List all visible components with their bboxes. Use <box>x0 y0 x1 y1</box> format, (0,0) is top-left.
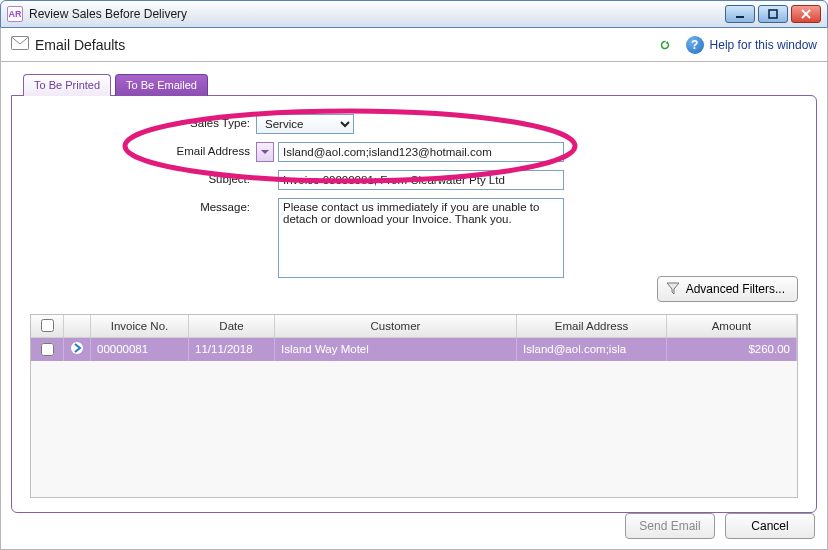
advanced-filters-label: Advanced Filters... <box>686 282 785 296</box>
header-checkbox[interactable] <box>31 315 64 337</box>
help-label: Help for this window <box>710 38 817 52</box>
help-icon: ? <box>686 36 704 54</box>
table-row[interactable]: 00000081 11/11/2018 Island Way Motel Isl… <box>31 337 797 361</box>
tab-to-be-printed[interactable]: To Be Printed <box>23 74 111 96</box>
minimize-button[interactable] <box>725 5 755 23</box>
help-link[interactable]: ? Help for this window <box>686 36 817 54</box>
window-title: Review Sales Before Delivery <box>29 7 187 21</box>
header-email[interactable]: Email Address <box>517 315 667 337</box>
message-textarea[interactable] <box>278 198 564 278</box>
header-amount[interactable]: Amount <box>667 315 797 337</box>
panel-to-be-emailed: Sales Type: Service Email Address Subjec… <box>11 95 817 513</box>
client-area: To Be Printed To Be Emailed Sales Type: … <box>0 62 828 550</box>
cell-date: 11/11/2018 <box>189 337 275 361</box>
cell-email: Island@aol.com;isla <box>517 337 667 361</box>
titlebar: AR Review Sales Before Delivery <box>0 0 828 28</box>
tab-to-be-emailed[interactable]: To Be Emailed <box>115 74 208 96</box>
cell-customer: Island Way Motel <box>275 337 517 361</box>
row-open-icon[interactable] <box>64 337 91 361</box>
tabs: To Be Printed To Be Emailed <box>23 74 817 96</box>
advanced-filters-button[interactable]: Advanced Filters... <box>657 276 798 302</box>
send-email-button[interactable]: Send Email <box>625 513 715 539</box>
app-icon: AR <box>7 6 23 22</box>
message-label: Message: <box>160 198 250 213</box>
svg-rect-0 <box>736 16 744 18</box>
email-address-input[interactable] <box>278 142 564 162</box>
subject-label: Subject: <box>160 170 250 185</box>
header-date[interactable]: Date <box>189 315 275 337</box>
mail-icon <box>11 36 29 54</box>
svg-rect-2 <box>12 36 29 49</box>
header-customer[interactable]: Customer <box>275 315 517 337</box>
cell-amount: $260.00 <box>667 337 797 361</box>
invoice-table: Invoice No. Date Customer Email Address … <box>30 314 798 498</box>
subject-input[interactable] <box>278 170 564 190</box>
header-arrow <box>64 315 91 337</box>
cancel-button[interactable]: Cancel <box>725 513 815 539</box>
sales-type-select[interactable]: Service <box>256 114 354 134</box>
maximize-button[interactable] <box>758 5 788 23</box>
cell-invoice: 00000081 <box>91 337 189 361</box>
header-invoice[interactable]: Invoice No. <box>91 315 189 337</box>
close-button[interactable] <box>791 5 821 23</box>
row-checkbox[interactable] <box>31 337 64 361</box>
footer-buttons: Send Email Cancel <box>625 513 815 539</box>
svg-rect-1 <box>769 10 777 18</box>
refresh-button[interactable] <box>654 34 676 56</box>
section-title: Email Defaults <box>35 37 125 53</box>
email-dropdown-button[interactable] <box>256 142 274 162</box>
email-address-label: Email Address <box>160 142 250 157</box>
funnel-icon <box>666 281 680 298</box>
subheader: Email Defaults ? Help for this window <box>0 28 828 62</box>
sales-type-label: Sales Type: <box>160 114 250 129</box>
